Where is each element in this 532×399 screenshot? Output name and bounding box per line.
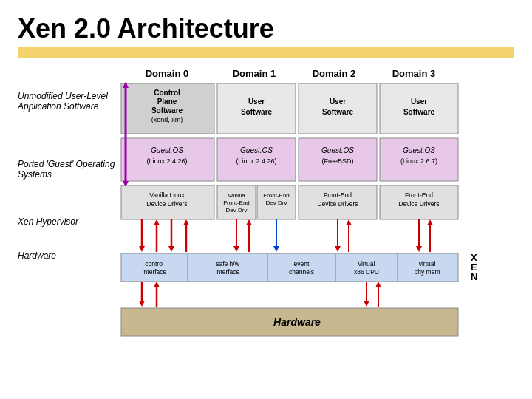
svg-text:Device Drivers: Device Drivers [398, 200, 439, 208]
diagram-area: Domain 0 Domain 1 Domain 2 Domain 3 Cont… [120, 68, 532, 349]
svg-marker-59 [346, 219, 352, 225]
svg-marker-51 [233, 246, 239, 252]
svg-marker-61 [416, 246, 422, 252]
svg-text:safe h/w: safe h/w [216, 260, 240, 267]
svg-text:interface: interface [216, 268, 240, 276]
svg-text:x86 CPU: x86 CPU [354, 268, 379, 276]
svg-text:event: event [294, 260, 310, 267]
svg-text:User: User [248, 98, 265, 106]
title-underline [18, 47, 514, 58]
svg-text:(Linux 2.4.26): (Linux 2.4.26) [236, 157, 276, 165]
svg-marker-47 [168, 246, 174, 252]
svg-marker-83 [139, 301, 145, 307]
svg-text:interface: interface [143, 268, 167, 276]
svg-text:Software: Software [241, 108, 273, 116]
svg-text:Vanilla Linux: Vanilla Linux [149, 191, 185, 199]
svg-text:Device Drivers: Device Drivers [146, 200, 187, 208]
svg-rect-64 [121, 253, 458, 282]
svg-marker-53 [246, 219, 252, 225]
column-headers: Domain 0 Domain 1 Domain 2 Domain 3 [120, 68, 532, 79]
svg-text:Guest.OS: Guest.OS [240, 146, 273, 154]
svg-text:(Linux 2.4.26): (Linux 2.4.26) [146, 157, 187, 165]
label-hypervisor: Xen Hypervisor [18, 208, 115, 235]
svg-text:User: User [330, 98, 346, 106]
svg-text:Guest.OS: Guest.OS [151, 146, 183, 154]
svg-text:Front-End: Front-End [324, 191, 352, 199]
svg-text:Vanilla: Vanilla [228, 192, 245, 199]
svg-text:(Linux 2.6.7): (Linux 2.6.7) [400, 157, 437, 165]
left-labels: Unmodified User-Level Application Softwa… [18, 68, 120, 349]
page-container: Xen 2.0 Architecture Unmodified User-Lev… [0, 0, 532, 399]
svg-text:Front-End: Front-End [263, 192, 290, 199]
page-title: Xen 2.0 Architecture [18, 13, 514, 44]
col-header-domain3: Domain 3 [374, 68, 454, 79]
svg-marker-63 [427, 219, 433, 225]
svg-marker-43 [139, 246, 145, 252]
svg-text:Dev Drv: Dev Drv [266, 200, 287, 206]
svg-marker-87 [364, 301, 369, 307]
svg-marker-45 [154, 219, 160, 225]
svg-text:virtual: virtual [419, 260, 436, 267]
svg-text:Device Drivers: Device Drivers [317, 200, 358, 208]
svg-text:Software: Software [151, 106, 183, 115]
svg-text:channels: channels [289, 268, 314, 276]
svg-text:(xend, xm): (xend, xm) [151, 116, 183, 123]
label-unmodified: Unmodified User-Level Application Softwa… [18, 75, 115, 127]
content-row: Unmodified User-Level Application Softwa… [18, 68, 514, 349]
svg-marker-57 [335, 246, 341, 252]
svg-text:Dev Drv: Dev Drv [226, 207, 248, 214]
architecture-diagram: Control Plane Software (xend, xm) User S… [120, 82, 532, 341]
svg-text:Software: Software [403, 108, 435, 116]
svg-text:phy mem: phy mem [415, 268, 440, 276]
svg-marker-55 [273, 246, 279, 252]
svg-marker-49 [183, 219, 189, 225]
svg-text:Front-End: Front-End [405, 191, 433, 199]
label-hardware: Hardware [18, 242, 115, 269]
col-header-domain1: Domain 1 [214, 68, 294, 79]
svg-text:N: N [471, 271, 477, 282]
svg-text:control: control [145, 260, 164, 267]
svg-text:Front-End: Front-End [223, 200, 250, 206]
col-header-domain0: Domain 0 [120, 68, 214, 79]
svg-text:virtual: virtual [358, 260, 375, 267]
svg-text:Software: Software [322, 108, 354, 116]
svg-text:Plane: Plane [157, 98, 177, 106]
label-ported: Ported 'Guest' Operating Systems [18, 143, 115, 195]
svg-text:(FreeBSD): (FreeBSD) [321, 157, 353, 165]
svg-text:Guest.OS: Guest.OS [403, 146, 435, 154]
svg-text:Control: Control [154, 89, 180, 97]
svg-marker-89 [375, 282, 381, 287]
svg-text:Hardware: Hardware [273, 316, 321, 328]
svg-marker-85 [154, 282, 160, 287]
svg-text:User: User [411, 98, 427, 106]
col-header-domain2: Domain 2 [294, 68, 374, 79]
svg-text:Guest.OS: Guest.OS [321, 146, 354, 154]
